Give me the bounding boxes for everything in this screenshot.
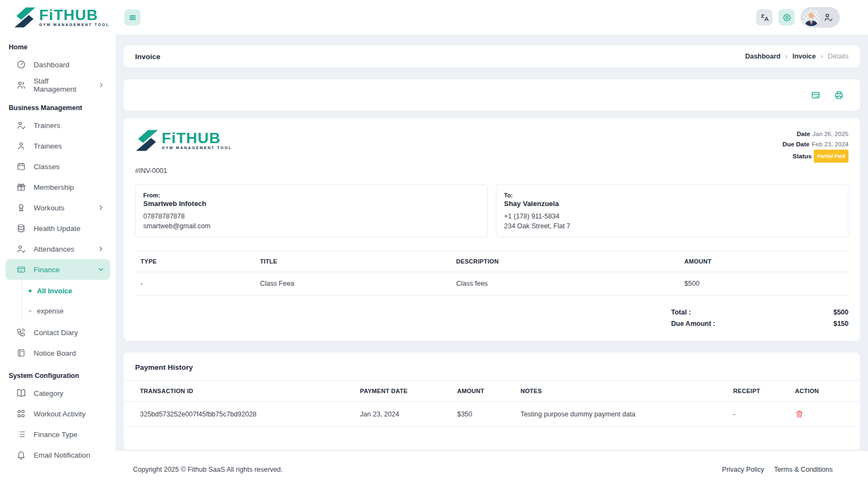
- sidebar-item-label: Health Update: [34, 224, 80, 233]
- bullet-icon: [29, 310, 31, 312]
- sidebar-item-label: Classes: [34, 163, 60, 171]
- notebook-icon: [16, 348, 26, 358]
- invoice-due-date-label: Due Date: [782, 141, 809, 147]
- finance-submenu: All Invoice expense: [22, 280, 116, 322]
- breadcrumb-dashboard[interactable]: Dashboard: [745, 53, 780, 60]
- hamburger-icon: [129, 14, 137, 22]
- sidebar-item-label: Category: [34, 389, 63, 397]
- sidebar-item-classes[interactable]: Classes: [5, 156, 110, 177]
- total-value: $500: [833, 309, 848, 316]
- sidebar-item-workout-activity[interactable]: Workout Activity: [5, 403, 110, 424]
- submenu-item-expense[interactable]: expense: [22, 301, 116, 321]
- sidebar-item-label: Email Notification: [34, 451, 90, 459]
- col-header-receipt: RECEIPT: [733, 381, 795, 402]
- payment-history-table: TRANSACTION ID PAYMENT DATE AMOUNT NOTES…: [124, 380, 860, 427]
- brand-wordmark: FiTHUB: [39, 8, 110, 22]
- col-header-amount: AMOUNT: [457, 381, 521, 402]
- item-title: Class Feea: [260, 272, 456, 296]
- invoice-totals: Total : $500 Due Amount : $150: [135, 309, 848, 328]
- sidebar-item-finance-type[interactable]: Finance Type: [5, 424, 110, 445]
- section-title-business: Business Management: [0, 104, 116, 112]
- page-title: Invoice: [135, 53, 161, 61]
- to-phone: +1 (178) 911-5834: [504, 213, 840, 220]
- bullet-icon: [29, 290, 31, 292]
- payment-history-title: Payment History: [124, 352, 860, 380]
- invoice-actions-card: [124, 79, 860, 111]
- profile-menu-button[interactable]: [801, 7, 840, 28]
- users-icon: [16, 80, 26, 90]
- menu-toggle-button[interactable]: [124, 9, 141, 25]
- breadcrumb-invoice[interactable]: Invoice: [793, 53, 816, 60]
- submenu-item-label: expense: [37, 307, 63, 315]
- calendar-icon: [16, 162, 26, 171]
- chevron-down-icon: [97, 266, 105, 273]
- sidebar-item-label: Dashboard: [34, 61, 69, 69]
- sidebar-item-workouts[interactable]: Workouts: [5, 197, 110, 218]
- col-header-amount: AMOUNT: [685, 251, 848, 272]
- phone-call-icon: [16, 328, 26, 337]
- gear-icon: [782, 13, 792, 22]
- settings-button[interactable]: [778, 9, 795, 25]
- sidebar-item-label: Membership: [34, 183, 74, 191]
- sidebar-item-staff-management[interactable]: Staff Management: [5, 75, 110, 95]
- gauge-icon: [16, 60, 26, 69]
- copyright-text: Copyright 2025 © Fithub SaaS All rights …: [133, 466, 283, 473]
- sidebar-item-email-notification[interactable]: Email Notification: [5, 445, 110, 465]
- sidebar-item-label: Trainers: [34, 121, 60, 130]
- sidebar-item-label: Finance Type: [34, 431, 78, 439]
- sidebar-item-category[interactable]: Category: [5, 383, 110, 403]
- sidebar-item-attendances[interactable]: Attendances: [5, 239, 110, 259]
- terms-conditions-link[interactable]: Terms & Conditions: [774, 466, 833, 473]
- database-icon: [16, 223, 26, 233]
- print-icon[interactable]: [834, 91, 844, 100]
- payment-notes: Testing purpose dummy payment data: [520, 402, 733, 427]
- col-header-notes: NOTES: [520, 381, 733, 402]
- sidebar-item-label: Notice Board: [34, 349, 76, 357]
- sidebar-item-finance[interactable]: Finance: [5, 259, 110, 280]
- user-check-icon: [16, 244, 26, 254]
- book-icon: [16, 388, 26, 398]
- sidebar-item-health-update[interactable]: Health Update: [5, 218, 110, 239]
- sidebar-item-label: Staff Management: [34, 77, 90, 93]
- list-icon: [16, 429, 26, 439]
- sidebar-item-trainers[interactable]: Trainers: [5, 115, 110, 136]
- col-header-type: TYPE: [135, 251, 260, 272]
- gift-icon: [16, 182, 26, 192]
- delete-payment-icon[interactable]: [795, 410, 803, 418]
- language-button[interactable]: [756, 9, 773, 25]
- payment-card-icon[interactable]: [811, 91, 820, 100]
- sidebar-item-dashboard[interactable]: Dashboard: [5, 54, 110, 75]
- credit-card-icon: [16, 265, 26, 274]
- brand-mark-icon: [14, 7, 36, 28]
- breadcrumb-details: Details: [828, 53, 848, 60]
- section-title-system: System Configuration: [0, 372, 116, 380]
- due-amount-value: $150: [833, 320, 848, 328]
- from-email: smartweb@gmail.com: [143, 222, 480, 230]
- submenu-item-all-invoice[interactable]: All Invoice: [22, 281, 116, 301]
- col-header-title: TITLE: [260, 251, 456, 272]
- sidebar-item-membership[interactable]: Membership: [5, 177, 110, 197]
- sidebar-item-contact-diary[interactable]: Contact Diary: [5, 322, 110, 343]
- payment-header-row: TRANSACTION ID PAYMENT DATE AMOUNT NOTES…: [124, 381, 860, 402]
- breadcrumb-separator: ›: [821, 53, 823, 60]
- table-row: 325bd573252e007f45fbb75c7bd92028 Jan 23,…: [124, 402, 860, 427]
- sidebar-item-label: Workout Activity: [34, 410, 86, 418]
- user-check-icon: [16, 120, 26, 130]
- privacy-policy-link[interactable]: Privacy Policy: [722, 466, 764, 473]
- chevron-right-icon: [97, 204, 105, 211]
- item-amount: $500: [685, 272, 848, 296]
- user-icon: [16, 141, 26, 151]
- from-phone: 07878787878: [143, 213, 480, 220]
- sidebar-item-label: Attendances: [34, 245, 74, 253]
- sidebar-item-notice-board[interactable]: Notice Board: [5, 343, 110, 363]
- payment-date: Jan 23, 2024: [360, 402, 457, 427]
- invoice-brand-logo: FiTHUB GYM MANAGEMENT TOOL: [135, 129, 232, 152]
- payment-receipt: -: [733, 402, 795, 427]
- sidebar-item-trainees[interactable]: Trainees: [5, 136, 110, 156]
- user-check-icon: [824, 12, 833, 22]
- from-heading: From:: [143, 192, 480, 198]
- app-logo[interactable]: FiTHUB GYM MANAGEMENT TOOL: [0, 0, 116, 35]
- brand-wordmark: FiTHUB: [162, 131, 232, 145]
- payment-history-card: Payment History TRANSACTION ID PAYMENT D…: [124, 352, 860, 450]
- sidebar-item-label: Finance: [34, 266, 60, 274]
